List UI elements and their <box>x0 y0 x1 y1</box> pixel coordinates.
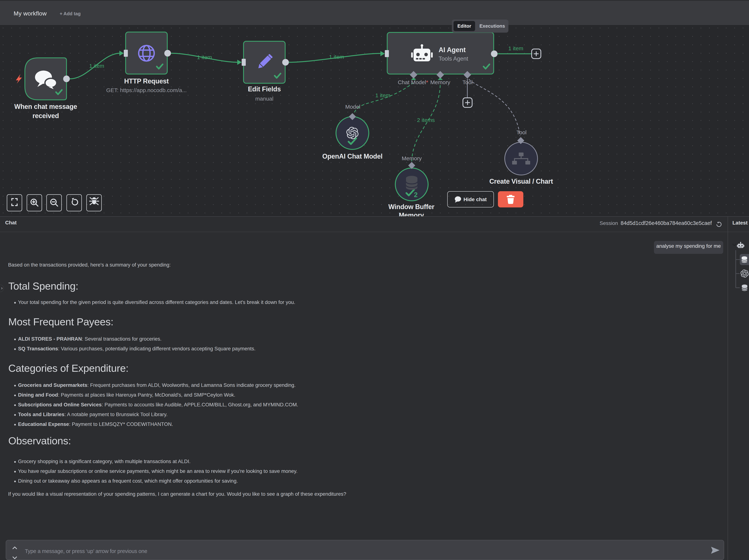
svg-text:Window Buffer: Window Buffer <box>388 203 434 211</box>
svg-text:Tools Agent: Tools Agent <box>438 56 468 62</box>
svg-text:Tool: Tool <box>462 79 472 85</box>
svg-text:1 item: 1 item <box>508 45 523 51</box>
svg-text:1 item: 1 item <box>197 54 212 60</box>
svg-text:2: 2 <box>414 191 418 199</box>
svg-text:Memory: Memory <box>430 79 450 85</box>
svg-text:1 item: 1 item <box>329 54 344 60</box>
svg-text:received: received <box>33 112 59 120</box>
svg-text:Edit Fields: Edit Fields <box>248 85 281 93</box>
svg-text:GET: https://app.nocodb.com/a.: GET: https://app.nocodb.com/a... <box>106 87 187 93</box>
svg-text:Create Visual / Chart: Create Visual / Chart <box>489 177 553 185</box>
svg-text:manual: manual <box>255 95 273 102</box>
svg-text:1 item: 1 item <box>89 63 104 69</box>
svg-text:HTTP Request: HTTP Request <box>124 78 169 85</box>
svg-text:1 item: 1 item <box>375 92 390 99</box>
svg-text:2 items: 2 items <box>417 117 435 123</box>
svg-text:AI Agent: AI Agent <box>438 46 466 53</box>
svg-text:Memory: Memory <box>399 212 424 216</box>
svg-text:Memory: Memory <box>402 155 422 161</box>
svg-text:Model: Model <box>345 104 360 110</box>
svg-text:OpenAI Chat Model: OpenAI Chat Model <box>322 152 383 160</box>
svg-text:Chat Model*: Chat Model* <box>398 79 428 85</box>
svg-text:When chat message: When chat message <box>14 103 77 110</box>
svg-text:Tool: Tool <box>516 129 527 135</box>
